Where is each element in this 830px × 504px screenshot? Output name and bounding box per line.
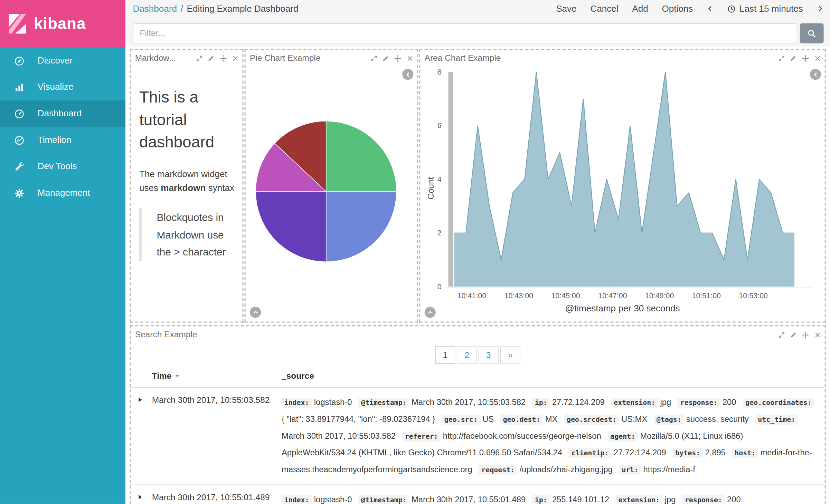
field-name: extension: (611, 398, 658, 408)
field-name: referer: (402, 431, 441, 441)
area-chart: Count 0246810:41:0010:43:0010:45:0010:47… (420, 65, 824, 321)
pie-slice-1[interactable] (326, 121, 397, 192)
next-page-button[interactable]: » (500, 346, 520, 364)
panel-title: Markdow... (135, 54, 176, 63)
time-back-button[interactable] (707, 5, 714, 12)
edit-panel-icon[interactable] (208, 55, 215, 62)
field-name: request: (479, 465, 517, 475)
area-chart-svg[interactable]: 0246810:41:0010:43:0010:45:0010:47:0010:… (420, 65, 824, 301)
remove-panel-icon[interactable] (814, 55, 821, 62)
move-panel-icon[interactable] (801, 54, 809, 62)
cancel-button[interactable]: Cancel (590, 3, 618, 14)
spy-toggle-button[interactable] (425, 307, 436, 318)
kibana-logo[interactable]: kibana (0, 0, 125, 48)
panel-pie-chart: Pie Chart Example (245, 49, 418, 323)
results-table: Time _source March 30th 2017, 10:55:03.5… (131, 371, 824, 504)
expand-panel-icon[interactable] (778, 55, 785, 62)
field-value: March 30th 2017, 10:55:03.582 (412, 398, 526, 407)
sidebar-item-dashboard[interactable]: Dashboard (0, 100, 125, 127)
remove-panel-icon[interactable] (814, 331, 821, 338)
pie-chart-svg[interactable] (247, 112, 406, 271)
markdown-blockquote: Blockquotes in Markdown use the > charac… (139, 208, 236, 261)
legend-toggle-button[interactable] (810, 69, 821, 80)
filter-bar (125, 18, 830, 43)
breadcrumb: Dashboard / Editing Example Dashboard (133, 3, 299, 14)
filter-input[interactable] (133, 23, 798, 43)
field-name: index: (282, 495, 312, 504)
spy-toggle-button[interactable] (250, 307, 261, 318)
edit-panel-icon[interactable] (790, 55, 797, 62)
move-panel-icon[interactable] (219, 54, 227, 62)
breadcrumb-current: Editing Example Dashboard (187, 3, 299, 14)
field-name: @timestamp: (358, 495, 409, 504)
timepicker-button[interactable]: Last 15 minutes (727, 3, 803, 14)
field-value: US (482, 415, 494, 424)
options-button[interactable]: Options (662, 3, 693, 14)
sidebar-item-dev-tools[interactable]: Dev Tools (0, 153, 125, 180)
sidebar-nav: Discover Visualize Dashboard Timelion De… (0, 48, 125, 206)
field-name: ip: (532, 495, 550, 504)
column-header-time[interactable]: Time (152, 371, 282, 381)
edit-panel-icon[interactable] (382, 55, 389, 62)
markdown-paragraph: The markdown widget uses markdown syntax (139, 167, 237, 195)
expand-panel-icon[interactable] (778, 331, 785, 338)
area-series[interactable] (454, 72, 795, 287)
page-2-button[interactable]: 2 (457, 346, 477, 364)
x-tick-label: 10:51:00 (692, 292, 721, 300)
panel-search: Search Example 1 2 3 » Time (130, 325, 826, 504)
panel-area-chart: Area Chart Example Count 0246810:41:0010… (419, 49, 826, 323)
breadcrumb-separator: / (181, 3, 183, 14)
wrench-icon (14, 161, 25, 172)
remove-panel-icon[interactable] (232, 55, 239, 62)
panel-controls (775, 331, 821, 339)
sidebar-item-label: Timelion (38, 135, 71, 146)
sidebar-item-visualize[interactable]: Visualize (0, 74, 125, 100)
field-value: jpg (660, 398, 671, 407)
timepicker-label: Last 15 minutes (739, 3, 803, 14)
result-source: index: logstash-0 @timestamp: March 30th… (282, 491, 817, 504)
x-axis-label: @timestamp per 30 seconds (420, 303, 824, 314)
expand-row-icon[interactable] (138, 394, 152, 478)
sidebar-item-management[interactable]: Management (0, 180, 125, 206)
gear-icon (14, 187, 25, 198)
expand-panel-icon[interactable] (370, 55, 377, 62)
pie-slice-3[interactable] (256, 192, 326, 262)
field-value: 27.72.124.209 (552, 398, 605, 407)
page-3-button[interactable]: 3 (479, 346, 499, 364)
edit-panel-icon[interactable] (790, 331, 797, 338)
sidebar-item-discover[interactable]: Discover (0, 48, 125, 74)
field-name: index: (282, 398, 312, 408)
expand-panel-icon[interactable] (196, 55, 203, 62)
move-panel-icon[interactable] (394, 54, 402, 62)
pagination: 1 2 3 » (131, 346, 824, 364)
markdown-paragraph-bold: markdown (161, 183, 206, 193)
markdown-heading: This is a tutorial dashboard (139, 86, 237, 154)
sidebar-item-label: Discover (38, 56, 73, 66)
panel-header: Search Example (131, 326, 824, 341)
field-value: jpg (665, 495, 676, 504)
timelion-icon (14, 135, 25, 146)
panel-title: Search Example (135, 330, 197, 340)
field-name: response: (682, 495, 725, 504)
remove-panel-icon[interactable] (406, 55, 413, 62)
compass-icon (14, 55, 25, 66)
search-button[interactable] (800, 23, 824, 43)
expand-row-icon[interactable] (138, 491, 152, 504)
x-tick-label: 10:47:00 (598, 292, 627, 300)
legend-toggle-button[interactable] (402, 69, 413, 80)
table-header: Time _source (131, 371, 824, 387)
move-panel-icon[interactable] (801, 331, 809, 339)
field-name: geo.coordinates: (743, 398, 814, 408)
field-value: logstash-0 (314, 398, 352, 407)
page-1-button[interactable]: 1 (435, 346, 455, 364)
sidebar-item-timelion[interactable]: Timelion (0, 127, 125, 154)
add-button[interactable]: Add (632, 3, 648, 14)
breadcrumb-dashboard-link[interactable]: Dashboard (133, 3, 177, 14)
search-results-body: March 30th 2017, 10:55:03.582index: logs… (131, 388, 824, 504)
field-name: @timestamp: (358, 398, 409, 408)
time-forward-button[interactable] (817, 5, 824, 12)
pie-slice-2[interactable] (326, 192, 397, 262)
sidebar: kibana Discover Visualize Dashboard Time… (0, 0, 125, 504)
field-name: geo.srcdest: (564, 415, 619, 425)
save-button[interactable]: Save (556, 3, 576, 14)
